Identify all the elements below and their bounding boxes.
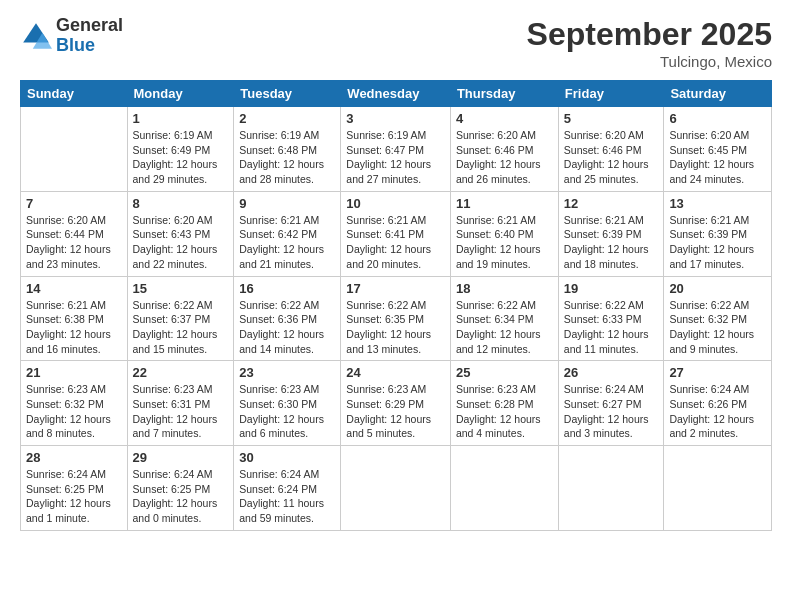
day-number: 17	[346, 281, 445, 296]
day-info: Sunrise: 6:24 AM Sunset: 6:26 PM Dayligh…	[669, 382, 766, 441]
day-number: 6	[669, 111, 766, 126]
logo-icon	[20, 20, 52, 52]
day-number: 5	[564, 111, 659, 126]
day-info: Sunrise: 6:21 AM Sunset: 6:41 PM Dayligh…	[346, 213, 445, 272]
logo-blue: Blue	[56, 36, 123, 56]
day-header-saturday: Saturday	[664, 81, 772, 107]
day-number: 8	[133, 196, 229, 211]
location: Tulcingo, Mexico	[527, 53, 772, 70]
day-number: 4	[456, 111, 553, 126]
day-number: 10	[346, 196, 445, 211]
week-row: 1Sunrise: 6:19 AM Sunset: 6:49 PM Daylig…	[21, 107, 772, 192]
day-number: 24	[346, 365, 445, 380]
day-info: Sunrise: 6:22 AM Sunset: 6:37 PM Dayligh…	[133, 298, 229, 357]
day-number: 7	[26, 196, 122, 211]
month-title: September 2025	[527, 16, 772, 53]
calendar-cell: 7Sunrise: 6:20 AM Sunset: 6:44 PM Daylig…	[21, 191, 128, 276]
day-info: Sunrise: 6:21 AM Sunset: 6:39 PM Dayligh…	[564, 213, 659, 272]
day-info: Sunrise: 6:21 AM Sunset: 6:40 PM Dayligh…	[456, 213, 553, 272]
title-block: September 2025 Tulcingo, Mexico	[527, 16, 772, 70]
day-number: 3	[346, 111, 445, 126]
day-info: Sunrise: 6:22 AM Sunset: 6:32 PM Dayligh…	[669, 298, 766, 357]
day-number: 1	[133, 111, 229, 126]
calendar-cell: 29Sunrise: 6:24 AM Sunset: 6:25 PM Dayli…	[127, 446, 234, 531]
calendar-cell: 30Sunrise: 6:24 AM Sunset: 6:24 PM Dayli…	[234, 446, 341, 531]
day-number: 14	[26, 281, 122, 296]
header-row: SundayMondayTuesdayWednesdayThursdayFrid…	[21, 81, 772, 107]
day-number: 19	[564, 281, 659, 296]
day-number: 15	[133, 281, 229, 296]
calendar-cell: 10Sunrise: 6:21 AM Sunset: 6:41 PM Dayli…	[341, 191, 451, 276]
day-info: Sunrise: 6:22 AM Sunset: 6:35 PM Dayligh…	[346, 298, 445, 357]
day-header-thursday: Thursday	[450, 81, 558, 107]
calendar-cell: 5Sunrise: 6:20 AM Sunset: 6:46 PM Daylig…	[558, 107, 664, 192]
day-info: Sunrise: 6:24 AM Sunset: 6:24 PM Dayligh…	[239, 467, 335, 526]
calendar-cell: 12Sunrise: 6:21 AM Sunset: 6:39 PM Dayli…	[558, 191, 664, 276]
calendar-cell: 28Sunrise: 6:24 AM Sunset: 6:25 PM Dayli…	[21, 446, 128, 531]
day-number: 25	[456, 365, 553, 380]
header: General Blue September 2025 Tulcingo, Me…	[20, 16, 772, 70]
calendar-cell: 26Sunrise: 6:24 AM Sunset: 6:27 PM Dayli…	[558, 361, 664, 446]
calendar-cell	[21, 107, 128, 192]
calendar-cell	[341, 446, 451, 531]
day-header-sunday: Sunday	[21, 81, 128, 107]
day-info: Sunrise: 6:20 AM Sunset: 6:46 PM Dayligh…	[456, 128, 553, 187]
day-number: 23	[239, 365, 335, 380]
calendar-cell: 17Sunrise: 6:22 AM Sunset: 6:35 PM Dayli…	[341, 276, 451, 361]
calendar-cell: 25Sunrise: 6:23 AM Sunset: 6:28 PM Dayli…	[450, 361, 558, 446]
logo-text: General Blue	[56, 16, 123, 56]
day-info: Sunrise: 6:22 AM Sunset: 6:34 PM Dayligh…	[456, 298, 553, 357]
day-number: 11	[456, 196, 553, 211]
day-info: Sunrise: 6:21 AM Sunset: 6:39 PM Dayligh…	[669, 213, 766, 272]
calendar-cell: 3Sunrise: 6:19 AM Sunset: 6:47 PM Daylig…	[341, 107, 451, 192]
day-number: 22	[133, 365, 229, 380]
day-info: Sunrise: 6:24 AM Sunset: 6:25 PM Dayligh…	[26, 467, 122, 526]
week-row: 14Sunrise: 6:21 AM Sunset: 6:38 PM Dayli…	[21, 276, 772, 361]
logo-general: General	[56, 16, 123, 36]
calendar-cell: 27Sunrise: 6:24 AM Sunset: 6:26 PM Dayli…	[664, 361, 772, 446]
calendar-cell: 13Sunrise: 6:21 AM Sunset: 6:39 PM Dayli…	[664, 191, 772, 276]
day-number: 26	[564, 365, 659, 380]
calendar-cell: 8Sunrise: 6:20 AM Sunset: 6:43 PM Daylig…	[127, 191, 234, 276]
day-number: 21	[26, 365, 122, 380]
day-info: Sunrise: 6:23 AM Sunset: 6:30 PM Dayligh…	[239, 382, 335, 441]
day-info: Sunrise: 6:22 AM Sunset: 6:33 PM Dayligh…	[564, 298, 659, 357]
calendar-cell: 18Sunrise: 6:22 AM Sunset: 6:34 PM Dayli…	[450, 276, 558, 361]
calendar-cell: 9Sunrise: 6:21 AM Sunset: 6:42 PM Daylig…	[234, 191, 341, 276]
week-row: 28Sunrise: 6:24 AM Sunset: 6:25 PM Dayli…	[21, 446, 772, 531]
calendar-cell	[664, 446, 772, 531]
calendar-cell: 24Sunrise: 6:23 AM Sunset: 6:29 PM Dayli…	[341, 361, 451, 446]
calendar-cell	[558, 446, 664, 531]
day-header-friday: Friday	[558, 81, 664, 107]
day-number: 16	[239, 281, 335, 296]
day-info: Sunrise: 6:23 AM Sunset: 6:31 PM Dayligh…	[133, 382, 229, 441]
day-header-monday: Monday	[127, 81, 234, 107]
day-info: Sunrise: 6:21 AM Sunset: 6:38 PM Dayligh…	[26, 298, 122, 357]
day-number: 9	[239, 196, 335, 211]
calendar-cell: 2Sunrise: 6:19 AM Sunset: 6:48 PM Daylig…	[234, 107, 341, 192]
week-row: 21Sunrise: 6:23 AM Sunset: 6:32 PM Dayli…	[21, 361, 772, 446]
calendar-cell: 20Sunrise: 6:22 AM Sunset: 6:32 PM Dayli…	[664, 276, 772, 361]
day-number: 18	[456, 281, 553, 296]
calendar-cell: 15Sunrise: 6:22 AM Sunset: 6:37 PM Dayli…	[127, 276, 234, 361]
day-number: 27	[669, 365, 766, 380]
day-info: Sunrise: 6:24 AM Sunset: 6:27 PM Dayligh…	[564, 382, 659, 441]
calendar-cell: 1Sunrise: 6:19 AM Sunset: 6:49 PM Daylig…	[127, 107, 234, 192]
day-info: Sunrise: 6:24 AM Sunset: 6:25 PM Dayligh…	[133, 467, 229, 526]
calendar-cell: 16Sunrise: 6:22 AM Sunset: 6:36 PM Dayli…	[234, 276, 341, 361]
day-info: Sunrise: 6:23 AM Sunset: 6:29 PM Dayligh…	[346, 382, 445, 441]
week-row: 7Sunrise: 6:20 AM Sunset: 6:44 PM Daylig…	[21, 191, 772, 276]
calendar: SundayMondayTuesdayWednesdayThursdayFrid…	[20, 80, 772, 531]
calendar-cell: 22Sunrise: 6:23 AM Sunset: 6:31 PM Dayli…	[127, 361, 234, 446]
day-header-tuesday: Tuesday	[234, 81, 341, 107]
page: General Blue September 2025 Tulcingo, Me…	[0, 0, 792, 612]
day-info: Sunrise: 6:20 AM Sunset: 6:45 PM Dayligh…	[669, 128, 766, 187]
calendar-cell: 19Sunrise: 6:22 AM Sunset: 6:33 PM Dayli…	[558, 276, 664, 361]
day-number: 29	[133, 450, 229, 465]
day-number: 13	[669, 196, 766, 211]
day-number: 28	[26, 450, 122, 465]
calendar-cell: 23Sunrise: 6:23 AM Sunset: 6:30 PM Dayli…	[234, 361, 341, 446]
day-info: Sunrise: 6:23 AM Sunset: 6:32 PM Dayligh…	[26, 382, 122, 441]
day-info: Sunrise: 6:23 AM Sunset: 6:28 PM Dayligh…	[456, 382, 553, 441]
day-info: Sunrise: 6:20 AM Sunset: 6:46 PM Dayligh…	[564, 128, 659, 187]
